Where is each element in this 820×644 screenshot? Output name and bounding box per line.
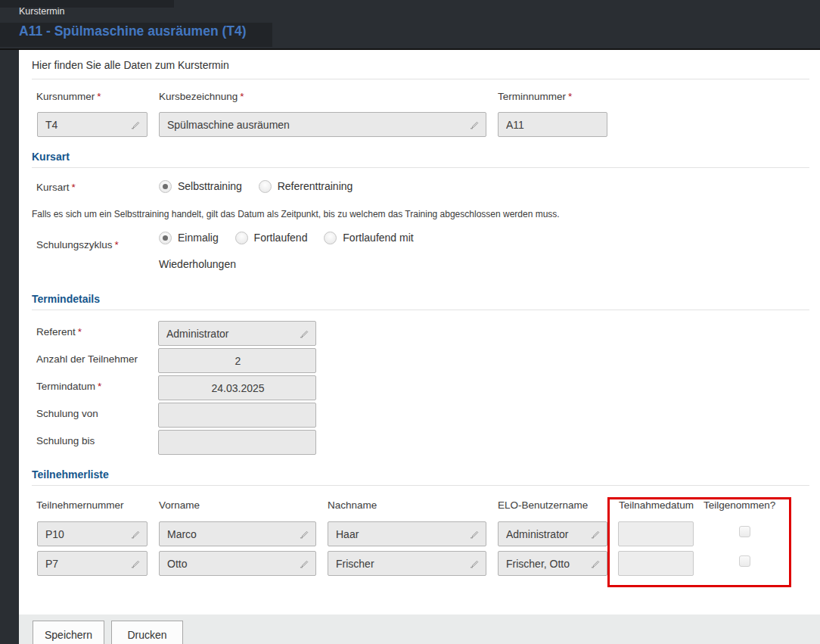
referent-value: Administrator: [166, 328, 297, 340]
referent-label: Referent*: [36, 326, 82, 338]
kursbezeichnung-value: Spülmaschine ausräumen: [167, 119, 467, 131]
intro-text: Hier finden Sie alle Daten zum Kurstermi…: [32, 59, 229, 71]
section-title-teilnehmerliste: Teilnehmerliste: [32, 468, 109, 481]
divider: [32, 485, 809, 486]
schulung-bis-label: Schulung bis: [36, 435, 95, 446]
radio-option-einmalig[interactable]: Einmalig: [159, 232, 219, 244]
termindatum-field[interactable]: 24.03.2025: [158, 375, 316, 400]
terminnummer-value: A11: [506, 119, 601, 131]
anzahl-teilnehmer-label: Anzahl der Teilnehmer: [36, 353, 138, 365]
print-button[interactable]: Drucken: [111, 621, 183, 644]
referent-field[interactable]: Administrator: [158, 321, 316, 346]
required-marker: *: [97, 91, 101, 102]
nachname-field-row1[interactable]: Haar: [328, 521, 486, 546]
section-title-termindetails: Termindetails: [32, 293, 100, 305]
schulung-von-label: Schulung von: [36, 408, 98, 419]
required-marker: *: [240, 91, 244, 102]
required-marker: *: [78, 326, 82, 338]
column-header-teilnehmernummer: Teilnehmernummer: [36, 499, 124, 511]
divider: [32, 167, 809, 168]
anzahl-teilnehmer-value: 2: [166, 355, 309, 367]
divider: [32, 79, 809, 79]
radio-icon[interactable]: [159, 232, 172, 244]
kursart-label: Kursart*: [36, 182, 76, 193]
edit-pencil-icon[interactable]: [131, 558, 141, 568]
highlight-red-box: [607, 497, 791, 587]
edit-pencil-icon[interactable]: [470, 558, 480, 568]
edit-pencil-icon[interactable]: [131, 529, 141, 539]
page-title: A11 - Spülmaschine ausräumen (T4): [19, 23, 247, 39]
vorname-value: Otto: [167, 558, 297, 570]
section-title-kursart: Kursart: [32, 151, 70, 163]
required-marker: *: [115, 239, 119, 250]
kursnummer-value: T4: [45, 119, 128, 131]
radio-label: Selbsttraining: [178, 180, 242, 192]
terminnummer-field[interactable]: A11: [498, 112, 607, 137]
teilnehmernummer-value: P7: [45, 558, 128, 570]
breadcrumb: Kurstermin: [19, 6, 64, 17]
kursnummer-label: Kursnummer*: [36, 91, 101, 102]
kurstermin-form-screen: Kurstermin A11 - Spülmaschine ausräumen …: [0, 0, 820, 644]
radio-label: Fortlaufend: [254, 232, 308, 244]
required-marker: *: [98, 381, 101, 392]
selbsttraining-hint-text: Falls es sich um ein Selbsttraining hand…: [32, 209, 560, 219]
anzahl-teilnehmer-field[interactable]: 2: [158, 348, 316, 373]
radio-option-selbsttraining[interactable]: Selbsttraining: [159, 180, 242, 192]
kursbezeichnung-field[interactable]: Spülmaschine ausräumen: [159, 112, 486, 137]
vorname-field-row1[interactable]: Marco: [159, 521, 316, 546]
schulungszyklus-label: Schulungszyklus*: [36, 239, 119, 250]
kursart-radio-group: Selbsttraining Referenttraining: [159, 180, 552, 193]
vorname-value: Marco: [167, 528, 297, 540]
schulung-bis-field[interactable]: [158, 430, 316, 455]
termindatum-value: 24.03.2025: [166, 382, 309, 394]
nachname-value: Haar: [336, 528, 467, 540]
radio-option-referenttraining[interactable]: Referenttraining: [259, 180, 353, 192]
elo-benutzername-value: Administrator: [506, 528, 588, 540]
radio-icon[interactable]: [235, 232, 248, 244]
schulungszyklus-radio-group: Einmalig Fortlaufend Fortlaufend mit Wie…: [159, 225, 461, 278]
teilnehmernummer-field-row2[interactable]: P7: [37, 551, 148, 576]
edit-pencil-icon[interactable]: [300, 328, 309, 338]
edit-pencil-icon[interactable]: [591, 529, 601, 539]
edit-pencil-icon[interactable]: [131, 120, 141, 129]
radio-label: Einmalig: [178, 232, 219, 244]
radio-icon[interactable]: [259, 180, 272, 193]
edit-pencil-icon[interactable]: [470, 529, 480, 539]
column-header-elo-benutzername: ELO-Benutzername: [498, 499, 588, 511]
terminnummer-label: Terminnummer*: [498, 91, 572, 102]
teilnehmernummer-field-row1[interactable]: P10: [37, 521, 148, 546]
edit-pencil-icon[interactable]: [591, 558, 601, 568]
kursnummer-field[interactable]: T4: [37, 112, 148, 137]
left-sidebar-strip: [0, 50, 19, 644]
column-header-vorname: Vorname: [159, 499, 200, 511]
required-marker: *: [72, 182, 76, 193]
elo-benutzername-field-row1[interactable]: Administrator: [498, 521, 607, 546]
divider: [32, 310, 809, 310]
nachname-field-row2[interactable]: Frischer: [328, 551, 486, 576]
radio-icon[interactable]: [324, 232, 337, 244]
radio-label: Referenttraining: [278, 180, 353, 192]
radio-icon[interactable]: [159, 180, 172, 193]
elo-benutzername-field-row2[interactable]: Frischer, Otto: [498, 551, 607, 576]
save-button[interactable]: Speichern: [33, 621, 104, 644]
kursbezeichnung-label: Kursbezeichnung*: [159, 91, 244, 102]
vorname-field-row2[interactable]: Otto: [159, 551, 316, 576]
elo-benutzername-value: Frischer, Otto: [506, 558, 588, 570]
app-header: Kurstermin A11 - Spülmaschine ausräumen …: [0, 0, 820, 50]
edit-pencil-icon[interactable]: [470, 120, 480, 129]
edit-pencil-icon[interactable]: [300, 529, 309, 539]
schulung-von-field[interactable]: [158, 403, 316, 428]
nachname-value: Frischer: [336, 558, 467, 570]
radio-option-fortlaufend[interactable]: Fortlaufend: [235, 232, 308, 244]
column-header-nachname: Nachname: [328, 499, 377, 511]
required-marker: *: [568, 91, 572, 102]
teilnehmernummer-value: P10: [45, 528, 128, 540]
edit-pencil-icon[interactable]: [300, 558, 309, 568]
termindatum-label: Termindatum*: [36, 381, 101, 392]
